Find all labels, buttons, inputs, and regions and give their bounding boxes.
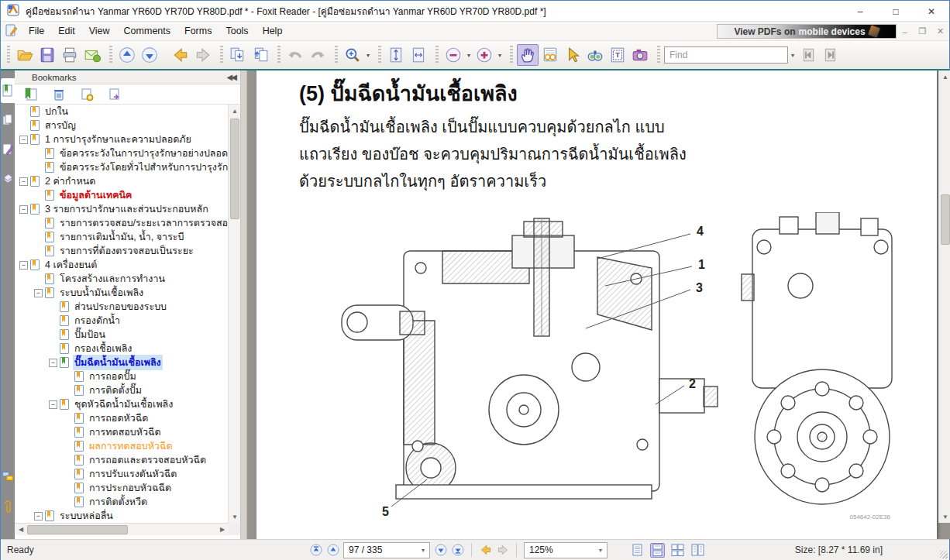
find-previous-button[interactable]: [797, 44, 819, 66]
bookmark-label[interactable]: การติดตั้งปั๊ม: [88, 383, 143, 398]
bookmark-label[interactable]: 2 ค่ากำหนด: [43, 173, 97, 189]
bookmark-label[interactable]: ข้อควรระวังโดยทั่วไปสำหรับการปารุงรักษ: [58, 160, 229, 175]
collapse-expander-icon[interactable]: −: [19, 261, 28, 270]
fit-width-button[interactable]: [408, 44, 429, 66]
attachments-panel-tab[interactable]: [1, 495, 15, 520]
single-page-layout-button[interactable]: [630, 543, 645, 558]
zoom-tool-dropdown[interactable]: ▾: [364, 52, 372, 59]
reading-mode-button[interactable]: [539, 44, 561, 66]
add-bookmark-button[interactable]: [78, 86, 95, 103]
bookmark-item[interactable]: การติดตั้งปั๊ม: [15, 383, 229, 397]
bookmark-item[interactable]: −ปั๊มฉีดน้ำมันเชื้อเพลิง: [15, 356, 229, 369]
bookmark-item[interactable]: กรองดักน้ำ: [15, 314, 229, 328]
bookmark-label[interactable]: รายการที่ต้องตรวจสอบเป็นระยะ: [58, 243, 195, 259]
zoom-out-button[interactable]: [442, 44, 464, 66]
bookmarks-vertical-scrollbar[interactable]: ▲ ▼: [228, 105, 240, 523]
scroll-left-icon[interactable]: ◀: [15, 524, 27, 536]
bookmark-label[interactable]: รายการตรวจสอบ/ระยะเวลาการตรวจสอบ: [58, 215, 229, 231]
zoom-out-dropdown[interactable]: ▾: [465, 52, 473, 59]
redo-button[interactable]: [307, 44, 329, 66]
resize-grip[interactable]: [940, 551, 948, 558]
bookmark-item[interactable]: −3 รายการปารักษาและส่วนประกอบหลัก: [15, 202, 229, 216]
scroll-down-icon[interactable]: ▼: [939, 510, 950, 523]
comment-list-tab[interactable]: [1, 464, 15, 489]
bookmark-label[interactable]: ข้อมูลด้านเทคนิค: [58, 187, 133, 203]
menu-view[interactable]: View: [82, 23, 117, 39]
find-input[interactable]: [664, 46, 788, 64]
bookmark-label[interactable]: การทดสอบหัวฉีด: [88, 424, 163, 440]
delete-bookmark-button[interactable]: [50, 86, 67, 103]
bookmarks-horizontal-scrollbar[interactable]: ◀ ▶: [15, 523, 229, 535]
collapse-expander-icon[interactable]: −: [34, 289, 43, 297]
bookmark-item[interactable]: รายการตรวจสอบ/ระยะเวลาการตรวจสอบ: [15, 216, 229, 230]
bookmark-label[interactable]: การถอดปั๊ม: [88, 369, 138, 384]
bookmark-item[interactable]: −ชุดหัวฉีดน้ำมันเชื้อเพลิง: [15, 397, 229, 411]
collapse-expander-icon[interactable]: −: [49, 400, 57, 409]
menu-comments[interactable]: Comments: [117, 23, 177, 39]
bookmark-item[interactable]: การถอดและตรวจสอบหัวฉีด: [15, 453, 229, 467]
bookmark-item[interactable]: −ระบบหล่อลื่น: [15, 509, 229, 523]
first-page-button[interactable]: [309, 544, 322, 557]
bookmark-label[interactable]: กรองดักน้ำ: [73, 313, 122, 328]
panel-splitter[interactable]: [241, 70, 247, 539]
bookmark-item[interactable]: การถอดหัวฉีด: [15, 411, 229, 425]
bookmark-label[interactable]: 4 เครื่องยนต์: [43, 257, 98, 273]
bookmark-item[interactable]: การปรับแรงดันหัวฉีด: [15, 467, 229, 481]
search-binoculars-button[interactable]: [584, 44, 606, 66]
go-forward-button[interactable]: [192, 44, 214, 66]
bookmark-item[interactable]: ผลการทดสอบหัวฉีด: [15, 439, 229, 453]
bookmark-item[interactable]: โครงสร้างและการทำงาน: [15, 272, 229, 286]
export-bookmark-button[interactable]: [106, 86, 123, 103]
bookmark-item[interactable]: ปั๊มป้อน: [15, 328, 229, 342]
continuous-facing-layout-button[interactable]: [690, 543, 705, 558]
continuous-layout-button[interactable]: [650, 543, 665, 558]
facing-layout-button[interactable]: [670, 543, 685, 558]
bookmark-label[interactable]: การประกอบหัวฉฉีด: [88, 480, 173, 496]
previous-page-button[interactable]: [326, 544, 339, 557]
bookmark-label[interactable]: ข้อควรระวังในการปารุงรักษาอย่างปลอดภั: [58, 146, 229, 161]
next-page-button[interactable]: [434, 544, 447, 557]
bookmark-label[interactable]: สารบัญ: [43, 118, 77, 133]
close-button[interactable]: ✕: [914, 1, 949, 22]
scroll-right-icon[interactable]: ▶: [216, 524, 229, 536]
fit-page-button[interactable]: [385, 44, 407, 66]
find-next-button[interactable]: [820, 44, 842, 66]
bookmark-label[interactable]: ปั๊มฉีดน้ำมันเชื้อเพลิง: [73, 355, 163, 370]
scroll-up-icon[interactable]: ▲: [939, 70, 950, 83]
find-dropdown[interactable]: ▾: [789, 52, 797, 59]
last-page-button[interactable]: [451, 544, 464, 557]
collapse-expander-icon[interactable]: −: [19, 177, 28, 186]
doc-minimize-button[interactable]: –: [897, 25, 912, 38]
previous-view-button[interactable]: [116, 44, 138, 66]
undo-button[interactable]: [284, 44, 306, 66]
document-vertical-scrollbar[interactable]: ▲ ▼: [938, 70, 950, 523]
bookmark-item[interactable]: ข้อมูลด้านเทคนิค: [15, 188, 229, 202]
bookmark-label[interactable]: 3 รายการปารักษาและส่วนประกอบหลัก: [43, 201, 210, 217]
collapse-expander-icon[interactable]: −: [19, 205, 28, 214]
menu-help[interactable]: Help: [256, 23, 290, 39]
bookmark-label[interactable]: 1 การปารุงรักษาและความปลอดภัย: [43, 132, 193, 147]
bookmark-item[interactable]: การประกอบหัวฉฉีด: [15, 481, 229, 495]
bookmark-item[interactable]: −4 เครื่องยนต์: [15, 258, 229, 272]
bookmark-label[interactable]: กรองเชื้อเพลิง: [73, 341, 133, 356]
bookmark-label[interactable]: โครงสร้างและการทำงาน: [58, 271, 167, 287]
print-button[interactable]: [59, 44, 81, 66]
bookmarks-panel-tab[interactable]: [1, 78, 15, 103]
snapshot-camera-button[interactable]: [629, 44, 651, 66]
zoom-in-dropdown[interactable]: ▾: [496, 52, 504, 59]
pages-panel-tab[interactable]: [1, 108, 15, 132]
zoom-tool-button[interactable]: [342, 44, 363, 66]
doc-close-button[interactable]: ✕: [933, 25, 948, 38]
bookmark-item[interactable]: รายการที่ต้องตรวจสอบเป็นระยะ: [15, 244, 229, 258]
collapse-expander-icon[interactable]: −: [49, 359, 57, 367]
bookmark-label[interactable]: การติดตั้งหวีด: [88, 494, 149, 510]
page-number-combobox[interactable]: 97 / 335 ▾: [343, 542, 430, 558]
bookmark-label[interactable]: การปรับแรงดันหัวฉีด: [88, 466, 178, 482]
doc-restore-button[interactable]: ❐: [915, 25, 930, 38]
go-back-button[interactable]: [170, 44, 191, 66]
bookmark-label[interactable]: ส่วนประกอบของระบบ: [73, 299, 168, 314]
open-file-button[interactable]: [14, 44, 36, 66]
bookmark-item[interactable]: การติดตั้งหวีด: [15, 495, 229, 509]
bookmark-item[interactable]: ข้อควรระวังโดยทั่วไปสำหรับการปารุงรักษ: [15, 160, 229, 174]
scroll-up-icon[interactable]: ▲: [229, 105, 241, 117]
